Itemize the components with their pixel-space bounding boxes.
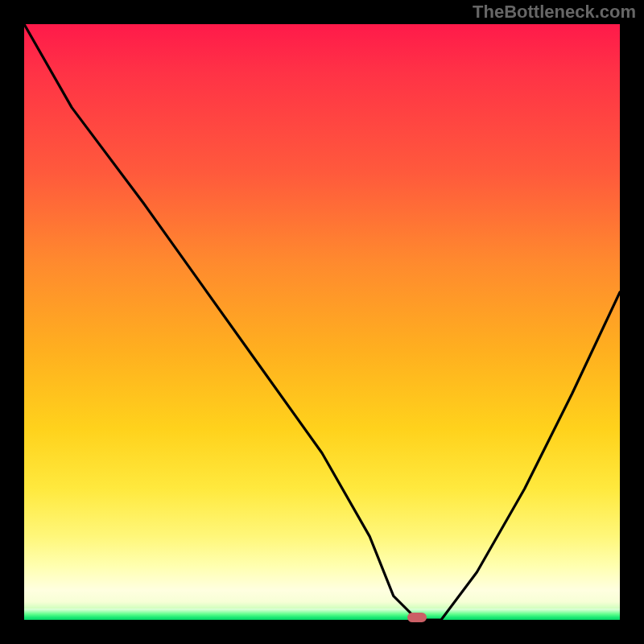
- chart-frame: TheBottleneck.com: [0, 0, 644, 644]
- curve-path: [24, 24, 620, 620]
- watermark-text: TheBottleneck.com: [473, 2, 636, 23]
- plot-area: [24, 24, 620, 620]
- min-marker: [407, 613, 427, 622]
- bottleneck-curve: [24, 24, 620, 620]
